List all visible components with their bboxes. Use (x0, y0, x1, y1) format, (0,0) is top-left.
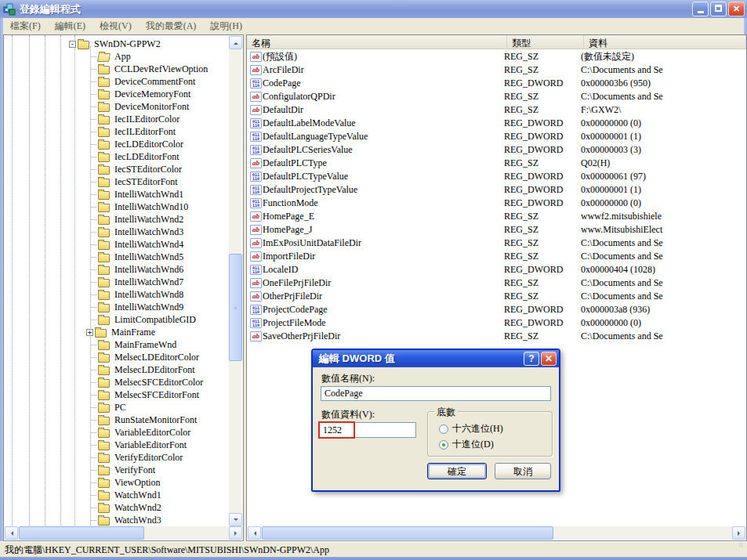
menu-item-2[interactable]: 編輯(E) (48, 18, 92, 34)
registry-value-row[interactable]: 011110ProjectFileModeREG_DWORD0x00000000… (247, 316, 746, 330)
tree-item[interactable]: WatchWnd2 (4, 501, 229, 514)
tree-item[interactable]: VerifyFont (4, 464, 229, 476)
tree-connector (90, 495, 96, 496)
scroll-right-button[interactable] (732, 526, 745, 540)
tree-item[interactable]: MainFrameWnd (4, 338, 229, 351)
tree-item[interactable]: IntelliWatchWnd5 (4, 251, 229, 263)
maximize-button[interactable] (710, 2, 727, 16)
tree-item[interactable]: IecSTEditorColor (4, 163, 229, 175)
dialog-close-button[interactable]: ✕ (541, 352, 557, 366)
menu-item-3[interactable]: 檢視(V) (92, 18, 139, 34)
registry-value-row[interactable]: ab(預設值)REG_SZ(數值未設定) (247, 50, 746, 63)
tree-item[interactable]: MelsecSFCEditorFont (4, 388, 229, 401)
tree-item[interactable]: IntelliWatchWnd10 (4, 201, 229, 213)
column-header-data[interactable]: 資料 (584, 35, 746, 49)
close-button[interactable]: ✕ (728, 2, 745, 16)
registry-value-row[interactable]: abHomePage_JREG_SZwww.MitsubishiElect (247, 223, 746, 237)
tree-hscrollbar[interactable] (5, 526, 242, 540)
registry-value-row[interactable]: 011110ProjectCodePageREG_DWORD0x000003a8… (247, 303, 746, 316)
registry-value-row[interactable]: abHomePage_EREG_SZwwwf2.mitsubishiele (247, 210, 746, 223)
registry-value-row[interactable]: 011110FunctionModeREG_DWORD0x00000000 (0… (247, 197, 746, 210)
registry-value-row[interactable]: 011110DefaultProjectTypeValueREG_DWORD0x… (247, 183, 746, 197)
tree-item[interactable]: IntelliWatchWnd2 (4, 213, 229, 226)
tree-item[interactable]: IecILEditorColor (4, 113, 229, 125)
tree-item[interactable]: PC (4, 401, 229, 414)
registry-value-row[interactable]: 011110DefaultPLCSeriesValueREG_DWORD0x00… (247, 143, 746, 157)
tree-item[interactable]: VerifyEditorColor (4, 451, 229, 464)
resize-grip-icon[interactable]: ⠿ (738, 544, 743, 547)
tree-item[interactable]: -SWnDN-GPPW2 (4, 38, 229, 50)
tree-item[interactable]: IntelliWatchWnd8 (4, 288, 229, 301)
value-name-field[interactable]: CodePage (321, 386, 551, 401)
tree-item[interactable]: IecSTEditorFont (4, 175, 229, 188)
column-header-name[interactable]: 名稱 (247, 35, 507, 49)
hscroll-thumb[interactable] (262, 526, 553, 540)
registry-value-row[interactable]: 011110CodePageREG_DWORD0x000003b6 (950) (247, 77, 746, 90)
scroll-left-button[interactable] (248, 526, 261, 540)
tree-item[interactable]: LimitCompatibleGID (4, 313, 229, 326)
tree-item[interactable]: WatchWnd3 (4, 514, 229, 526)
scroll-up-button[interactable] (229, 36, 242, 49)
tree-item[interactable]: +MainFrame (4, 326, 229, 338)
tree-item[interactable]: IntelliWatchWnd6 (4, 263, 229, 276)
scroll-left-button[interactable] (5, 526, 18, 540)
tree-item[interactable]: IntelliWatchWnd1 (4, 188, 229, 201)
registry-value-row[interactable]: abOtherPrjFileDirREG_SZC:\Documents and … (247, 290, 746, 303)
tree-item[interactable]: IecILEditorFont (4, 125, 229, 138)
registry-value-row[interactable]: abImportFileDirREG_SZC:\Documents and Se (247, 250, 746, 263)
tree-vscrollbar[interactable]: ≡ (229, 36, 242, 526)
tree-item[interactable]: RunStateMonitorFont (4, 414, 229, 426)
radio-hexadecimal[interactable]: 十六進位(H) (439, 422, 503, 435)
vscroll-thumb[interactable]: ≡ (229, 254, 242, 361)
registry-value-row[interactable]: 011110DefaultLabelModeValueREG_DWORD0x00… (247, 117, 746, 130)
registry-value-row[interactable]: abDefaultPLCTypeREG_SZQ02(H) (247, 157, 746, 170)
registry-value-row[interactable]: abSaveOtherPrjFileDirREG_SZC:\Documents … (247, 330, 746, 343)
tree-item[interactable]: VariableEditorColor (4, 426, 229, 439)
tree-item[interactable]: MelsecLDEditorFont (4, 363, 229, 376)
registry-value-row[interactable]: 011110LocaleIDREG_DWORD0x00000404 (1028) (247, 263, 746, 276)
tree-item[interactable]: IntelliWatchWnd7 (4, 276, 229, 288)
tree-item[interactable]: MelsecLDEditorColor (4, 351, 229, 363)
tree-item[interactable]: ViewOption (4, 476, 229, 489)
tree-item[interactable]: DeviceMemoryFont (4, 88, 229, 100)
registry-value-row[interactable]: abArcFileDirREG_SZC:\Documents and Se (247, 63, 746, 77)
tree-item[interactable]: IntelliWatchWnd9 (4, 301, 229, 313)
tree-item[interactable]: IecLDEditorFont (4, 150, 229, 163)
expand-icon[interactable]: + (86, 329, 93, 336)
radio-selected-icon[interactable] (439, 440, 448, 450)
folder-icon (98, 392, 110, 400)
tree-item[interactable]: IecLDEditorColor (4, 138, 229, 150)
scroll-right-button[interactable] (229, 526, 242, 540)
tree-item[interactable]: DeviceMonitorFont (4, 100, 229, 113)
menu-item-1[interactable]: 檔案(F) (3, 18, 48, 34)
scroll-down-button[interactable] (229, 513, 242, 526)
registry-value-row[interactable]: abOneFilePrjFileDirREG_SZC:\Documents an… (247, 276, 746, 290)
registry-value-row[interactable]: 011110DefaultPLCTypeValueREG_DWORD0x0000… (247, 170, 746, 183)
collapse-icon[interactable]: - (69, 41, 76, 48)
tree-item[interactable]: App (4, 50, 229, 63)
registry-value-row[interactable]: abImExPosiUnitDataFileDirREG_SZC:\Docume… (247, 237, 746, 250)
tree-item[interactable]: VariableEditorFont (4, 439, 229, 451)
menu-item-4[interactable]: 我的最愛(A) (139, 18, 204, 34)
column-header-type[interactable]: 類型 (507, 35, 584, 49)
list-hscrollbar[interactable] (248, 526, 745, 540)
ok-button[interactable]: 確定 (427, 463, 487, 479)
tree-item[interactable]: CCLDevRefViewOption (4, 63, 229, 75)
tree-item[interactable]: WatchWnd1 (4, 489, 229, 501)
value-data: 0x000003a8 (936) (581, 304, 746, 316)
dialog-help-button[interactable]: ? (524, 352, 539, 366)
cancel-button[interactable]: 取消 (495, 463, 551, 479)
registry-value-row[interactable]: abConfigulatorQPDirREG_SZC:\Documents an… (247, 90, 746, 103)
minimize-button[interactable] (692, 2, 709, 16)
radio-decimal[interactable]: 十進位(D) (439, 438, 494, 451)
tree-item[interactable]: DeviceCommentFont (4, 75, 229, 88)
tree-item[interactable]: MelsecSFCEditorColor (4, 376, 229, 388)
registry-value-row[interactable]: 011110DefaultLanguageTypeValueREG_DWORD0… (247, 130, 746, 143)
hscroll-thumb[interactable] (19, 526, 144, 540)
registry-value-row[interactable]: abDefaultDirREG_SZF:\GXW2\ (247, 103, 746, 117)
tree-item[interactable]: IntelliWatchWnd4 (4, 238, 229, 251)
value-data-input[interactable]: 1252 (319, 422, 416, 438)
menu-item-5[interactable]: 說明(H) (203, 18, 249, 34)
radio-icon[interactable] (439, 425, 448, 434)
tree-item[interactable]: IntelliWatchWnd3 (4, 226, 229, 238)
